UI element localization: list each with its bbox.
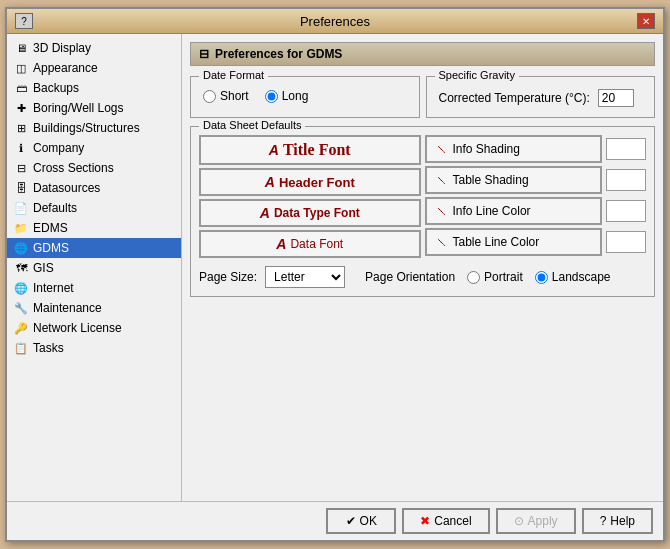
table-line-button[interactable]: ⟍ Table Line Color [425,228,603,256]
sidebar-item-maintenance[interactable]: 🔧 Maintenance [7,298,181,318]
table-shading-icon: ⟍ [435,172,449,188]
ok-button[interactable]: ✔ OK [326,508,396,534]
date-format-long-radio[interactable] [265,90,278,103]
portrait-label: Portrait [484,270,523,284]
gis-icon: 🗺 [13,260,29,276]
datatype-font-a-icon: A [260,205,270,221]
sidebar-label: Backups [33,81,79,95]
sidebar: 🖥 3D Display ◫ Appearance 🗃 Backups ✚ Bo… [7,34,182,501]
dialog-body: 🖥 3D Display ◫ Appearance 🗃 Backups ✚ Bo… [7,34,663,501]
title-bar: ? Preferences ✕ [7,9,663,34]
sidebar-label: Cross Sections [33,161,114,175]
table-line-icon: ⟍ [435,234,449,250]
cancel-x-icon: ✖ [420,514,430,528]
help-button[interactable]: ? Help [582,508,653,534]
sidebar-item-defaults[interactable]: 📄 Defaults [7,198,181,218]
sidebar-item-3d-display[interactable]: 🖥 3D Display [7,38,181,58]
sidebar-label: Internet [33,281,74,295]
pref-icon: ⊟ [199,47,209,61]
help-label: Help [610,514,635,528]
table-shading-button[interactable]: ⟍ Table Shading [425,166,603,194]
shading-buttons-col: ⟍ Info Shading ⟍ Table Shading [425,135,647,258]
sidebar-item-gis[interactable]: 🗺 GIS [7,258,181,278]
info-line-label: Info Line Color [453,204,531,218]
data-font-a-icon: A [276,236,286,252]
help-icon-title: ? [15,13,33,29]
sidebar-item-buildings[interactable]: ⊞ Buildings/Structures [7,118,181,138]
sidebar-label: 3D Display [33,41,91,55]
pref-header: ⊟ Preferences for GDMS [190,42,655,66]
sidebar-label: Datasources [33,181,100,195]
landscape-option[interactable]: Landscape [535,270,611,284]
title-buttons: ✕ [637,13,655,29]
date-format-long-option[interactable]: Long [265,89,309,103]
sidebar-label: EDMS [33,221,68,235]
info-shading-button[interactable]: ⟍ Info Shading [425,135,603,163]
sidebar-label: GDMS [33,241,69,255]
title-font-label: Title Font [283,141,351,159]
date-format-short-option[interactable]: Short [203,89,249,103]
apply-button[interactable]: ⊙ Apply [496,508,576,534]
portrait-option[interactable]: Portrait [467,270,523,284]
landscape-radio[interactable] [535,271,548,284]
font-buttons-col: A Title Font A Header Font A Data Type F… [199,135,421,258]
info-line-button[interactable]: ⟍ Info Line Color [425,197,603,225]
ok-check-icon: ✔ [346,514,356,528]
info-shading-swatch[interactable] [606,138,646,160]
company-icon: ℹ [13,140,29,156]
edms-icon: 📁 [13,220,29,236]
sidebar-item-datasources[interactable]: 🗄 Datasources [7,178,181,198]
backups-icon: 🗃 [13,80,29,96]
cancel-button[interactable]: ✖ Cancel [402,508,489,534]
bottom-bar: ✔ OK ✖ Cancel ⊙ Apply ? Help [7,501,663,540]
header-font-button[interactable]: A Header Font [199,168,421,196]
sidebar-item-backups[interactable]: 🗃 Backups [7,78,181,98]
date-format-short-label: Short [220,89,249,103]
date-format-options: Short Long [203,89,407,103]
defaults-icon: 📄 [13,200,29,216]
info-line-icon: ⟍ [435,203,449,219]
appearance-icon: ◫ [13,60,29,76]
table-line-swatch[interactable] [606,231,646,253]
sidebar-item-tasks[interactable]: 📋 Tasks [7,338,181,358]
title-font-a-icon: A [269,142,279,158]
sidebar-item-gdms[interactable]: 🌐 GDMS [7,238,181,258]
sidebar-item-network-license[interactable]: 🔑 Network License [7,318,181,338]
apply-icon: ⊙ [514,514,524,528]
apply-label: Apply [528,514,558,528]
info-line-swatch[interactable] [606,200,646,222]
close-button[interactable]: ✕ [637,13,655,29]
datatype-font-label: Data Type Font [274,206,360,220]
table-line-row: ⟍ Table Line Color [425,228,647,256]
sidebar-label: Appearance [33,61,98,75]
sidebar-item-cross-sections[interactable]: ⊟ Cross Sections [7,158,181,178]
sidebar-label: GIS [33,261,54,275]
data-font-button[interactable]: A Data Font [199,230,421,258]
orientation-group: Page Orientation Portrait Landscape [365,270,610,284]
sidebar-label: Network License [33,321,122,335]
page-size-row: Page Size: Letter Legal A4 Page Orientat… [199,266,646,288]
tasks-icon: 📋 [13,340,29,356]
sidebar-label: Maintenance [33,301,102,315]
sidebar-item-company[interactable]: ℹ Company [7,138,181,158]
sidebar-item-internet[interactable]: 🌐 Internet [7,278,181,298]
cancel-label: Cancel [434,514,471,528]
data-sheet-group: Data Sheet Defaults A Title Font A Heade… [190,126,655,297]
header-font-a-icon: A [265,174,275,190]
temp-input[interactable] [598,89,634,107]
page-size-select[interactable]: Letter Legal A4 [265,266,345,288]
sidebar-item-appearance[interactable]: ◫ Appearance [7,58,181,78]
date-format-short-radio[interactable] [203,90,216,103]
pref-header-text: Preferences for GDMS [215,47,342,61]
sidebar-item-edms[interactable]: 📁 EDMS [7,218,181,238]
landscape-label: Landscape [552,270,611,284]
orientation-label: Page Orientation [365,270,455,284]
specific-gravity-label: Specific Gravity [435,69,519,81]
sidebar-item-boring-logs[interactable]: ✚ Boring/Well Logs [7,98,181,118]
table-shading-row: ⟍ Table Shading [425,166,647,194]
portrait-radio[interactable] [467,271,480,284]
datatype-font-button[interactable]: A Data Type Font [199,199,421,227]
data-font-label: Data Font [290,237,343,251]
title-font-button[interactable]: A Title Font [199,135,421,165]
table-shading-swatch[interactable] [606,169,646,191]
